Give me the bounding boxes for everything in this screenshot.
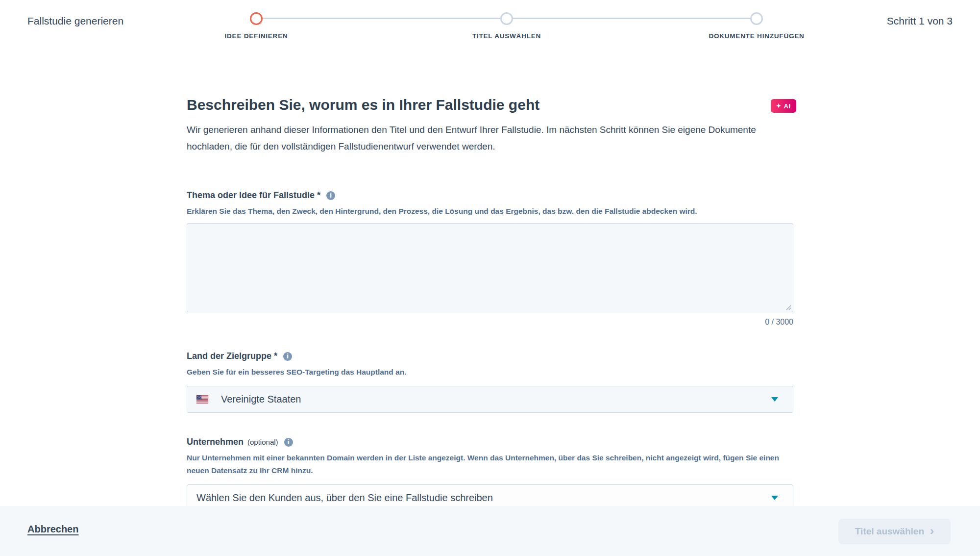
ai-badge-label: AI — [784, 102, 791, 110]
chevron-down-icon — [771, 496, 778, 500]
info-icon[interactable]: i — [284, 438, 293, 447]
info-icon[interactable]: i — [326, 191, 335, 200]
case-study-wizard-page: Fallstudie generieren Schritt 1 von 3 ID… — [0, 0, 980, 556]
country-field-helper: Geben Sie für ein besseres SEO-Targeting… — [187, 366, 793, 379]
step-label-dokumente-hinzufuegen: DOKUMENTE HINZUFÜGEN — [709, 32, 804, 40]
topic-field-label: Thema oder Idee für Fallstudie * — [187, 190, 320, 201]
ai-badge: ✦ AI — [771, 99, 796, 113]
cancel-button[interactable]: Abbrechen — [27, 524, 78, 535]
page-title: Fallstudie generieren — [27, 15, 123, 27]
wizard-footer-bar: Abbrechen Titel auswählen › — [0, 506, 980, 556]
resize-handle[interactable] — [785, 304, 792, 311]
step-label-idee-definieren: IDEE DEFINIEREN — [224, 32, 288, 40]
company-field-label-row: Unternehmen (optional) i — [187, 437, 293, 447]
next-step-button-label: Titel auswählen — [855, 526, 924, 537]
country-select-value: Vereinigte Staaten — [221, 394, 301, 405]
company-field-optional-tag: (optional) — [247, 438, 278, 446]
step-label-titel-auswaehlen: TITEL AUSWÄHLEN — [472, 32, 541, 40]
next-step-button[interactable]: Titel auswählen › — [838, 519, 951, 544]
topic-field-helper: Erklären Sie das Thema, den Zweck, den H… — [187, 205, 793, 218]
topic-field-label-row: Thema oder Idee für Fallstudie * i — [187, 190, 335, 201]
step-counter: Schritt 1 von 3 — [887, 15, 953, 27]
char-counter: 0 / 3000 — [187, 318, 793, 327]
topic-textarea[interactable] — [187, 223, 793, 312]
country-field-label: Land der Zielgruppe * — [187, 351, 277, 361]
company-field-label: Unternehmen — [187, 437, 244, 447]
step-circle-2 — [500, 12, 513, 25]
country-select[interactable]: Vereinigte Staaten — [187, 386, 793, 413]
chevron-right-icon: › — [930, 525, 934, 537]
us-flag-icon — [196, 395, 208, 404]
step-circle-1 — [250, 12, 263, 25]
company-field-helper: Nur Unternehmen mit einer bekannten Doma… — [187, 452, 793, 477]
info-icon[interactable]: i — [283, 352, 292, 361]
intro-text: Wir generieren anhand dieser Information… — [187, 122, 762, 155]
country-field-label-row: Land der Zielgruppe * i — [187, 351, 292, 361]
sparkle-icon: ✦ — [776, 103, 782, 109]
step-circle-3 — [750, 12, 763, 25]
chevron-down-icon — [771, 397, 778, 402]
form-heading: Beschreiben Sie, worum es in Ihrer Falls… — [187, 97, 539, 113]
company-select-placeholder: Wählen Sie den Kunden aus, über den Sie … — [196, 492, 493, 504]
